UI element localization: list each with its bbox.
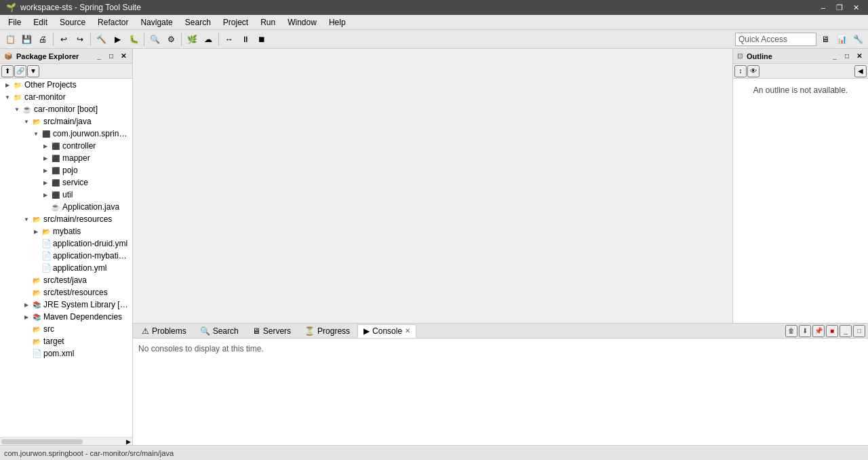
tree-item-util[interactable]: ▶ ⬛ util	[0, 189, 132, 201]
toolbar-btn-10[interactable]: ⚙	[163, 32, 178, 47]
label-application-java: Application.java	[62, 202, 119, 212]
tab-problems[interactable]: ⚠ Problems	[136, 324, 193, 338]
perspective-btn-2[interactable]: 📊	[834, 32, 849, 47]
app-icon: 🌱	[5, 2, 16, 13]
tab-progress[interactable]: ⏳ Progress	[298, 324, 356, 338]
tab-search[interactable]: 🔍 Search	[194, 324, 245, 338]
package-explorer-toolbar: ⬆ 🔗 ▼	[0, 64, 132, 79]
outline-close-btn[interactable]: ✕	[854, 52, 864, 61]
menu-project[interactable]: Project	[218, 16, 254, 29]
left-panel: 📦 Package Explorer _ □ ✕ ⬆ 🔗 ▼ ▶ 📁 Other…	[0, 49, 133, 445]
progress-label: Progress	[317, 326, 350, 336]
horizontal-scrollbar[interactable]: ▶	[0, 437, 132, 445]
toolbar-btn-1[interactable]: 📋	[3, 32, 18, 47]
toolbar-btn-9[interactable]: 🔍	[147, 32, 162, 47]
tree-item-package-root[interactable]: ▼ ⬛ com.jourwon.springbo...	[0, 128, 132, 140]
outline-sort-btn[interactable]: ↕	[734, 65, 747, 77]
toolbar-btn-14[interactable]: ⏸	[238, 32, 253, 47]
outline-minimize-btn[interactable]: _	[830, 52, 840, 61]
tree-item-mybatis-yml[interactable]: 📄 application-mybatis.y...	[0, 250, 132, 262]
link-editor-btn[interactable]: 🔗	[14, 65, 26, 77]
tree-item-pom-xml[interactable]: 📄 pom.xml	[0, 347, 132, 360]
tree-item-controller[interactable]: ▶ ⬛ controller	[0, 140, 132, 152]
bottom-panel: ⚠ Problems 🔍 Search 🖥 Servers ⏳ Progress…	[133, 323, 868, 445]
toolbar-btn-8[interactable]: 🐛	[126, 32, 141, 47]
console-stop-btn[interactable]: ■	[826, 325, 838, 337]
close-button[interactable]: ✕	[849, 2, 863, 13]
toolbar-btn-2[interactable]: 💾	[19, 32, 34, 47]
tree-item-application-yml[interactable]: 📄 application.yml	[0, 262, 132, 274]
toolbar-btn-4[interactable]: ↩	[56, 32, 71, 47]
console-pin-btn[interactable]: 📌	[812, 325, 825, 337]
toolbar-btn-3[interactable]: 🖨	[35, 32, 50, 47]
menu-help[interactable]: Help	[323, 16, 351, 29]
tree-item-jre[interactable]: ▶ 📚 JRE System Library [Java...	[0, 299, 132, 311]
console-clear-btn[interactable]: 🗑	[785, 325, 797, 337]
menu-refactor[interactable]: Refactor	[92, 16, 134, 29]
toolbar-btn-6[interactable]: 🔨	[94, 32, 108, 47]
tree-item-src-main-resources[interactable]: ▼ 📂 src/main/resources	[0, 213, 132, 225]
tree-item-application-java[interactable]: ☕ Application.java	[0, 201, 132, 213]
icon-package-root: ⬛	[41, 128, 52, 139]
toolbar-btn-11[interactable]: 🌿	[184, 32, 199, 47]
tree-item-src-test-java[interactable]: 📂 src/test/java	[0, 274, 132, 286]
menu-search[interactable]: Search	[180, 16, 216, 29]
minimize-button[interactable]: –	[816, 2, 830, 13]
panel-close-btn[interactable]: ✕	[119, 52, 128, 61]
scroll-right-btn[interactable]: ▶	[126, 438, 131, 445]
icon-util: ⬛	[50, 189, 61, 200]
console-scroll-btn[interactable]: ⬇	[799, 325, 811, 337]
tree-item-src-main-java[interactable]: ▼ 📂 src/main/java	[0, 115, 132, 128]
tree-item-mybatis[interactable]: ▶ 📂 mybatis	[0, 225, 132, 237]
tree-item-service[interactable]: ▶ ⬛ service	[0, 176, 132, 189]
menu-source[interactable]: Source	[54, 16, 91, 29]
view-menu-btn[interactable]: ▼	[27, 65, 39, 77]
bottom-panel-maximize-btn[interactable]: □	[853, 325, 865, 337]
menu-edit[interactable]: Edit	[28, 16, 53, 29]
menu-file[interactable]: File	[3, 16, 26, 29]
tree-item-target[interactable]: 📂 target	[0, 335, 132, 347]
outline-collapse-btn[interactable]: ◀	[854, 65, 867, 77]
tab-console[interactable]: ▶ Console ✕	[357, 324, 416, 338]
toolbar-btn-13[interactable]: ↔	[222, 32, 237, 47]
perspective-btn-3[interactable]: 🔧	[850, 32, 865, 47]
label-src-main-resources: src/main/resources	[43, 214, 112, 224]
icon-src-test-java: 📂	[31, 275, 42, 286]
toolbar-btn-15[interactable]: ⏹	[254, 32, 269, 47]
tree-item-src-test-resources[interactable]: 📂 src/test/resources	[0, 286, 132, 299]
outline-hide-btn[interactable]: 👁	[747, 65, 760, 77]
icon-car-monitor: 📁	[12, 92, 23, 102]
icon-druid-yml: 📄	[41, 238, 52, 249]
panel-minimize-btn[interactable]: _	[94, 52, 104, 61]
bottom-panel-minimize-btn[interactable]: _	[840, 325, 852, 337]
search-icon: 🔍	[200, 326, 210, 336]
tree-item-druid-yml[interactable]: 📄 application-druid.yml	[0, 237, 132, 250]
menu-window[interactable]: Window	[282, 16, 322, 29]
collapse-all-btn[interactable]: ⬆	[1, 65, 14, 77]
tree-item-other-projects[interactable]: ▶ 📁 Other Projects	[0, 79, 132, 91]
tree-item-mapper[interactable]: ▶ ⬛ mapper	[0, 152, 132, 164]
tree-item-maven[interactable]: ▶ 📚 Maven Dependencies	[0, 311, 132, 323]
tree-item-pojo[interactable]: ▶ ⬛ pojo	[0, 164, 132, 176]
toolbar-btn-12[interactable]: ☁	[201, 32, 216, 47]
panel-maximize-btn[interactable]: □	[106, 52, 116, 61]
toolbar-sep-2	[90, 33, 91, 46]
outline-maximize-btn[interactable]: □	[842, 52, 852, 61]
label-src-main-java: src/main/java	[43, 117, 92, 126]
menu-run[interactable]: Run	[255, 16, 281, 29]
console-close-btn[interactable]: ✕	[405, 327, 410, 334]
menu-navigate[interactable]: Navigate	[135, 16, 178, 29]
tab-servers[interactable]: 🖥 Servers	[246, 324, 297, 338]
maximize-button[interactable]: ❐	[833, 2, 846, 13]
toolbar-btn-7[interactable]: ▶	[110, 32, 125, 47]
toolbar-btn-5[interactable]: ↪	[73, 32, 87, 47]
label-maven: Maven Dependencies	[43, 312, 122, 322]
tree-item-car-monitor-boot[interactable]: ▼ ☕ car-monitor [boot]	[0, 103, 132, 115]
icon-src-test-resources: 📂	[31, 287, 42, 298]
console-label: Console	[372, 326, 402, 336]
status-bar: com.jourwon.springboot - car-monitor/src…	[0, 445, 868, 460]
tree-item-src[interactable]: 📂 src	[0, 323, 132, 335]
tree-item-car-monitor[interactable]: ▼ 📁 car-monitor	[0, 91, 132, 103]
perspective-btn-1[interactable]: 🖥	[818, 32, 833, 47]
icon-src-main-resources: 📂	[31, 214, 42, 225]
